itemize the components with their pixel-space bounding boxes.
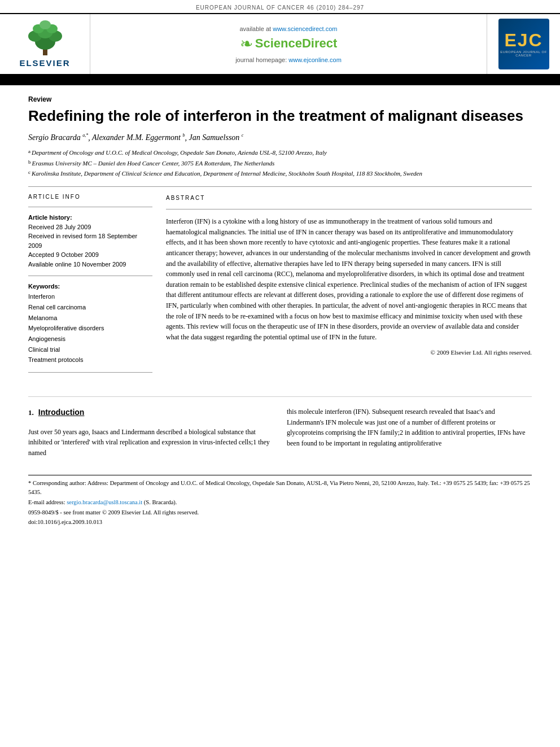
corresponding-author-note: * Corresponding author: Address: Departm…: [28, 479, 532, 497]
divider-end-info: [28, 372, 152, 373]
divider-1: [28, 186, 532, 187]
affil-text-a: Department of Oncology and U.O.C. of Med…: [32, 148, 327, 158]
sciencedirect-logo: ❧ ScienceDirect: [240, 34, 338, 53]
svg-point-7: [40, 20, 51, 29]
intro-left-text: Just over 50 years ago, Isaacs and Linde…: [28, 427, 273, 458]
abstract-header: ABSTRACT: [166, 194, 532, 203]
two-col-section: ARTICLE INFO Article history: Received 2…: [28, 194, 532, 379]
body-left: 1. Introduction Just over 50 years ago, …: [28, 407, 273, 458]
divider-keywords: [28, 276, 152, 276]
journal-title: EUROPEAN JOURNAL OF CANCER 46 (2010) 284…: [196, 5, 364, 11]
abstract-col: ABSTRACT Interferon (IFN) is a cytokine …: [166, 194, 532, 379]
two-col-body: 1. Introduction Just over 50 years ago, …: [28, 407, 532, 458]
affiliation-c: c Karolinska Institute, Department of Cl…: [28, 169, 532, 178]
section-heading: 1. Introduction: [28, 407, 273, 423]
available-date: Available online 10 November 2009: [28, 260, 152, 269]
accepted-date: Accepted 9 October 2009: [28, 250, 152, 260]
email-label: E-mail address:: [28, 499, 65, 505]
elsevier-logo: ELSEVIER: [19, 20, 70, 68]
keyword-6: Clinical trial: [28, 344, 152, 355]
affil-text-c: Karolinska Institute, Department of Clin…: [32, 169, 422, 178]
affiliations: a Department of Oncology and U.O.C. of M…: [28, 148, 532, 178]
affiliation-b: b Erasmus University MC – Daniel den Hoe…: [28, 159, 532, 168]
author-3: Jan Samuelsson c: [189, 133, 244, 142]
ejc-badge: EJC EUROPEAN JOURNAL OF CANCER: [498, 19, 549, 69]
ejc-letters: EJC: [504, 31, 542, 49]
sd-leaf-icon: ❧: [240, 34, 253, 53]
keyword-2: Renal cell carcinoma: [28, 302, 152, 313]
authors-line: Sergio Bracarda a,*, Alexander M.M. Egge…: [28, 133, 532, 143]
affil-sup-c: c: [28, 169, 30, 178]
elsevier-tree-icon: [23, 20, 68, 57]
keyword-5: Angiogenesis: [28, 334, 152, 344]
sd-text: ScienceDirect: [255, 36, 338, 51]
intro-right-text: this molecule interferon (IFN). Subseque…: [287, 407, 532, 448]
corresponding-author-text: * Corresponding author: Address: Departm…: [28, 480, 530, 495]
ejc-logo-area: EJC EUROPEAN JOURNAL OF CANCER: [487, 14, 560, 74]
author-1: Sergio Bracarda a,*: [28, 133, 88, 142]
page: EUROPEAN JOURNAL OF CANCER 46 (2010) 284…: [0, 0, 560, 747]
keywords-title: Keywords:: [28, 283, 152, 290]
article-history-title: Article history:: [28, 214, 152, 221]
affil-sup-b: b: [28, 159, 31, 168]
abstract-text: Interferon (IFN) is a cytokine with a lo…: [166, 216, 532, 342]
email-link[interactable]: sergio.bracarda@usl8.toscana.it: [67, 499, 142, 505]
header-center: available at www.sciencedirect.com ❧ Sci…: [90, 14, 487, 74]
keywords-list: Interferon Renal cell carcinoma Melanoma…: [28, 291, 152, 365]
received-date: Received 28 July 2009: [28, 222, 152, 232]
issn-footnote: 0959-8049/$ - see front matter © 2009 El…: [28, 508, 532, 517]
affiliation-a: a Department of Oncology and U.O.C. of M…: [28, 148, 532, 158]
keyword-3: Melanoma: [28, 313, 152, 324]
article-content: Review Redefining the role of interferon…: [0, 85, 560, 396]
section-title: Introduction: [38, 407, 85, 419]
body-right: this molecule interferon (IFN). Subseque…: [287, 407, 532, 458]
keyword-4: Myeloproliferative disorders: [28, 323, 152, 334]
header-banner: ELSEVIER available at www.sciencedirect.…: [0, 13, 560, 75]
email-footnote: E-mail address: sergio.bracarda@usl8.tos…: [28, 498, 532, 507]
sciencedirect-url[interactable]: www.sciencedirect.com: [273, 25, 337, 32]
keyword-7: Treatment protocols: [28, 355, 152, 365]
elsevier-text: ELSEVIER: [19, 58, 70, 68]
journal-homepage-url[interactable]: www.ejconline.com: [288, 56, 342, 63]
elsevier-logo-area: ELSEVIER: [0, 14, 90, 74]
keyword-1: Interferon: [28, 291, 152, 302]
section-number: 1.: [28, 407, 34, 418]
article-title: Redefining the role of interferon in the…: [28, 107, 532, 125]
author-2: Alexander M.M. Eggermont b: [92, 133, 185, 142]
doi-footnote: doi:10.1016/j.ejca.2009.10.013: [28, 518, 532, 527]
available-at: available at www.sciencedirect.com: [239, 25, 337, 32]
divider-abstract: [166, 209, 532, 209]
email-suffix: (S. Bracarda).: [144, 499, 177, 505]
section-label: Review: [28, 95, 532, 103]
affil-text-b: Erasmus University MC – Daniel den Hoed …: [32, 159, 275, 168]
journal-header: EUROPEAN JOURNAL OF CANCER 46 (2010) 284…: [0, 0, 560, 13]
affil-sup-a: a: [28, 148, 30, 158]
footnote-area: * Corresponding author: Address: Departm…: [28, 475, 532, 527]
introduction-section: 1. Introduction Just over 50 years ago, …: [0, 407, 560, 469]
black-bar: [0, 75, 560, 85]
revised-date: Received in revised form 18 September 20…: [28, 231, 152, 250]
copyright: © 2009 Elsevier Ltd. All rights reserved…: [166, 348, 532, 357]
article-info-col: ARTICLE INFO Article history: Received 2…: [28, 194, 152, 379]
journal-homepage: journal homepage: www.ejconline.com: [235, 56, 342, 63]
ejc-subtitle: EUROPEAN JOURNAL OF CANCER: [498, 50, 549, 57]
article-info-header: ARTICLE INFO: [28, 194, 152, 200]
divider-info: [28, 207, 152, 207]
